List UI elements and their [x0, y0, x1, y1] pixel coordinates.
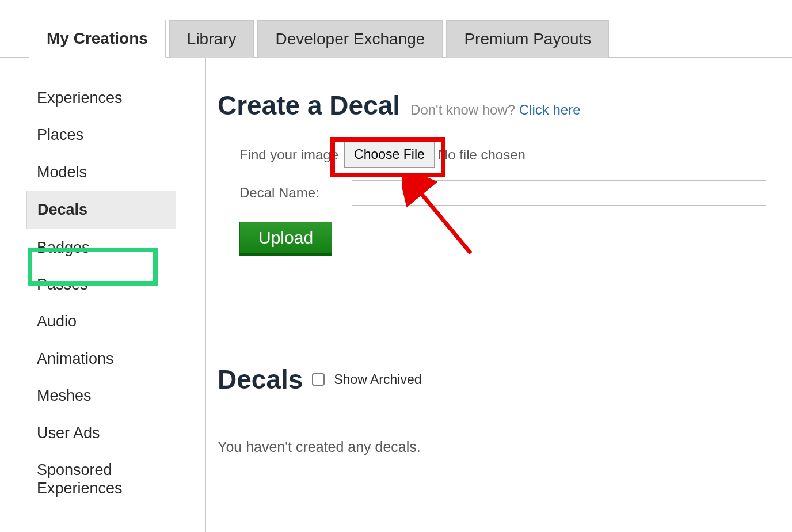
help-text: Don't know how? Click here — [410, 102, 580, 118]
sidebar-item-badges[interactable]: Badges — [26, 229, 205, 266]
empty-state-message: You haven't created any decals. — [218, 439, 792, 455]
find-image-label: Find your image — [239, 147, 338, 163]
top-tab-bar: My Creations Library Developer Exchange … — [0, 0, 792, 58]
show-archived-checkbox[interactable] — [312, 373, 325, 386]
decal-name-label: Decal Name: — [239, 185, 319, 201]
tab-my-creations[interactable]: My Creations — [29, 20, 166, 58]
decals-section-title: Decals — [218, 364, 303, 395]
sidebar-item-models[interactable]: Models — [26, 154, 205, 191]
sidebar-item-audio[interactable]: Audio — [26, 303, 205, 340]
decal-name-input[interactable] — [352, 180, 766, 206]
help-prefix: Don't know how? — [410, 102, 519, 117]
choose-file-button[interactable]: Choose File — [344, 142, 435, 168]
content: Create a Decal Don't know how? Click her… — [206, 58, 792, 532]
sidebar-item-decals[interactable]: Decals — [26, 191, 176, 229]
sidebar-item-places[interactable]: Places — [26, 116, 205, 153]
sidebar-item-meshes[interactable]: Meshes — [26, 377, 205, 414]
sidebar-item-user-ads[interactable]: User Ads — [26, 415, 205, 451]
tab-premium-payouts[interactable]: Premium Payouts — [446, 20, 609, 58]
file-chosen-status: No file chosen — [438, 147, 526, 163]
sidebar-item-passes[interactable]: Passes — [26, 266, 205, 303]
sidebar-item-animations[interactable]: Animations — [26, 340, 205, 377]
sidebar-item-sponsored-experiences[interactable]: Sponsored Experiences — [26, 451, 205, 507]
tab-library[interactable]: Library — [169, 20, 254, 58]
tab-developer-exchange[interactable]: Developer Exchange — [257, 20, 443, 58]
sidebar-item-experiences[interactable]: Experiences — [26, 79, 205, 116]
sidebar: Experiences Places Models Decals Badges … — [0, 58, 206, 532]
show-archived-label: Show Archived — [334, 372, 421, 387]
upload-button[interactable]: Upload — [239, 222, 332, 256]
page-title: Create a Decal — [218, 90, 400, 121]
help-link[interactable]: Click here — [519, 102, 581, 117]
